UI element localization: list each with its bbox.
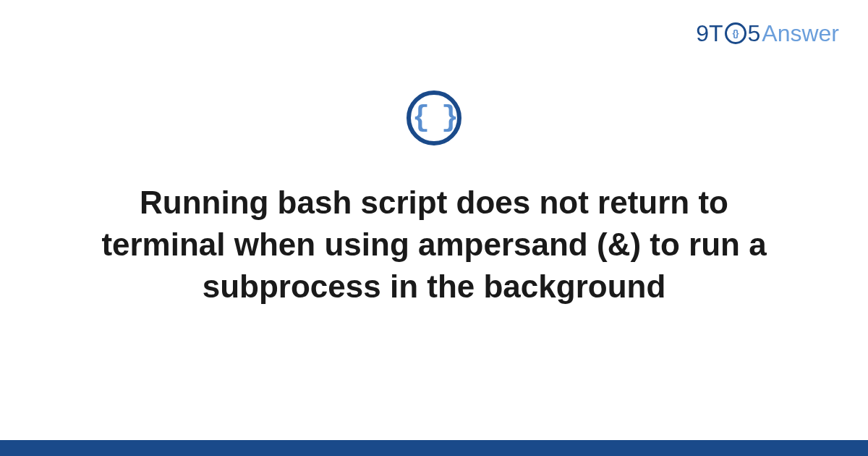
logo-text-5: 5 (748, 20, 761, 47)
logo-text-9t: 9T (696, 20, 723, 47)
main-content: { } Running bash script does not return … (0, 90, 868, 308)
site-logo: 9T {} 5 Answer (696, 20, 839, 47)
page-title: Running bash script does not return to t… (0, 182, 868, 308)
topic-icon: { } (407, 90, 461, 145)
logo-circle-icon: {} (725, 22, 746, 44)
logo-text-answer: Answer (762, 20, 839, 47)
braces-icon: { } (412, 102, 456, 135)
logo-braces-small: {} (732, 28, 738, 38)
footer-bar (0, 440, 868, 456)
